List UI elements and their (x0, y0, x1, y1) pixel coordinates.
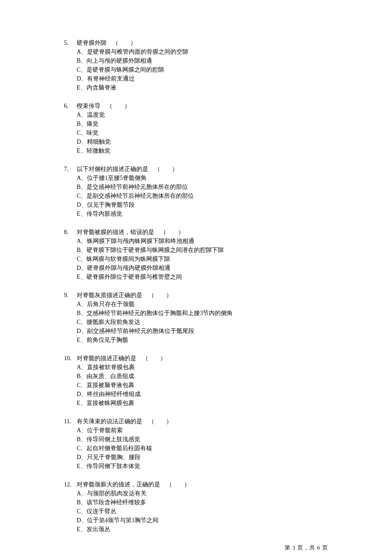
option-c: C、是硬脊膜与蛛网膜之间的腔隙 (77, 65, 328, 74)
question-12: 12. 对脊髓颈膨大的描述，正确的是 （ ） A、与颈部的肌肉发达有关 B、该节… (64, 480, 328, 534)
question-stem: 对脊髓颈膨大的描述，正确的是 （ ） (77, 480, 190, 489)
option-e: E、前角仅见于胸髓 (77, 335, 328, 344)
option-e: E、传导同侧下肢本体觉 (77, 462, 328, 471)
option-b: B、是交感神经节前神经元胞体所在的部位 (77, 182, 328, 191)
question-number: 9. (64, 291, 77, 300)
question-header: 5. 硬脊膜外隙 （ ） (64, 38, 328, 47)
question-6: 6. 楔束传导 （ ） A、温度觉 B、痛觉 C、味觉 D、精细触觉 E、轻微触… (64, 101, 328, 155)
question-options: A、与颈部的肌肉发达有关 B、该节段含神经纤维较多 C、仅连于臂丛 D、位于第4… (64, 489, 328, 534)
option-c: C、仅连于臂丛 (77, 507, 328, 516)
question-options: A、位于脊髓前索 B、传导同侧上肢浅感觉 C、起自对侧脊髓后柱固有核 D、只见于… (64, 426, 328, 471)
question-number: 10. (64, 354, 77, 363)
question-stem: 楔束传导 （ ） (77, 101, 130, 110)
option-a: A、与颈部的肌肉发达有关 (77, 489, 328, 498)
option-d: D、硬脊膜外隙与颅内硬膜外隙相通 (77, 263, 328, 272)
question-stem: 对脊髓灰质描述正确的是 （ ） (77, 291, 172, 300)
question-stem: 以下对侧柱的描述正确的是 （ ） (77, 165, 178, 173)
question-5: 5. 硬脊膜外隙 （ ） A、是硬脊膜与椎管内面的骨膜之间的空隙 B、向上与颅的… (64, 38, 328, 92)
question-options: A、温度觉 B、痛觉 C、味觉 D、精细触觉 E、轻微触觉 (64, 110, 328, 155)
question-number: 5. (64, 38, 77, 47)
option-a: A、蛛网膜下隙与颅内蛛网膜下隙和终池相通 (77, 237, 328, 246)
question-stem: 对脊髓的描述正确的是 （ ） (77, 354, 166, 363)
question-stem: 硬脊膜外隙 （ ） (77, 38, 136, 47)
question-header: 8. 对脊髓被膜的描述，错误的是 （ ） (64, 228, 328, 237)
option-a: A、位于脊髓前索 (77, 426, 328, 435)
question-options: A、位于腰1至腰5脊髓侧角 B、是交感神经节前神经元胞体所在的部位 C、是副交感… (64, 173, 328, 218)
option-d: D、副交感神经节前神经元的胞体位于骶尾段 (77, 327, 328, 335)
question-header: 10. 对脊髓的描述正确的是 （ ） (64, 354, 328, 363)
question-7: 7. 以下对侧柱的描述正确的是 （ ） A、位于腰1至腰5脊髓侧角 B、是交感神… (64, 165, 328, 218)
question-9: 9. 对脊髓灰质描述正确的是 （ ） A、后角只存在于颈髓 B、交感神经节前神经… (64, 291, 328, 344)
option-d: D、终丝由神经纤维组成 (77, 390, 328, 399)
option-b: B、该节段含神经纤维较多 (77, 498, 328, 507)
option-b: B、由灰质、白质组成 (77, 372, 328, 381)
option-e: E、轻微触觉 (77, 146, 328, 155)
option-e: E、硬脊膜外隙位于硬脊膜与椎管壁之间 (77, 272, 328, 281)
question-10: 10. 对脊髓的描述正确的是 （ ） A、直接被软脊膜包裹 B、由灰质、白质组成… (64, 354, 328, 408)
question-number: 12. (64, 480, 77, 489)
option-b: B、向上与颅的硬膜外隙相通 (77, 56, 328, 65)
question-number: 7. (64, 165, 77, 173)
option-a: A、是硬脊膜与椎管内面的骨膜之间的空隙 (77, 47, 328, 56)
question-11: 11. 有关薄束的说法正确的是 （ ） A、位于脊髓前索 B、传导同侧上肢浅感觉… (64, 417, 328, 471)
option-a: A、温度觉 (77, 110, 328, 119)
option-c: C、味觉 (77, 128, 328, 137)
question-number: 6. (64, 101, 77, 110)
question-header: 7. 以下对侧柱的描述正确的是 （ ） (64, 165, 328, 173)
option-d: D、只见于脊髓胸、腰段 (77, 453, 328, 462)
option-d: D、精细触觉 (77, 137, 328, 146)
question-number: 11. (64, 417, 77, 426)
exam-content: 5. 硬脊膜外隙 （ ） A、是硬脊膜与椎管内面的骨膜之间的空隙 B、向上与颅的… (0, 0, 392, 555)
option-b: B、传导同侧上肢浅感觉 (77, 435, 328, 444)
question-options: A、直接被软脊膜包裹 B、由灰质、白质组成 C、直接被脑脊液包裹 D、终丝由神经… (64, 363, 328, 408)
option-d: D、仅见于胸脊髓节段 (77, 200, 328, 209)
question-header: 6. 楔束传导 （ ） (64, 101, 328, 110)
question-options: A、是硬脊膜与椎管内面的骨膜之间的空隙 B、向上与颅的硬膜外隙相通 C、是硬脊膜… (64, 47, 328, 92)
option-d: D、有脊神经前支通过 (77, 74, 328, 83)
option-c: C、蛛网膜与软脊膜间为蛛网膜下隙 (77, 254, 328, 263)
option-c: C、是副交感神经节后神经元胞体所在的部位 (77, 191, 328, 200)
option-e: E、发出颈丛 (77, 525, 328, 534)
question-options: A、后角只存在于颈髓 B、交感神经节前神经元的胞体位于胸髓和上腰3节内的侧角 C… (64, 300, 328, 344)
option-c: C、起自对侧脊髓后柱固有核 (77, 444, 328, 453)
option-a: A、后角只存在于颈髓 (77, 300, 328, 309)
question-options: A、蛛网膜下隙与颅内蛛网膜下隙和终池相通 B、硬脊膜下隙位于硬脊膜与蛛网膜之间潜… (64, 237, 328, 281)
question-header: 11. 有关薄束的说法正确的是 （ ） (64, 417, 328, 426)
question-number: 8. (64, 228, 77, 237)
option-e: E、直接被蛛网膜包裹 (77, 399, 328, 408)
option-b: B、硬脊膜下隙位于硬脊膜与蛛网膜之间潜在的腔隙下隙 (77, 246, 328, 254)
option-e: E、内含脑脊液 (77, 83, 328, 92)
page-footer: 第 3 页，共 6 页 (285, 543, 328, 552)
question-stem: 有关薄束的说法正确的是 （ ） (77, 417, 172, 426)
question-header: 9. 对脊髓灰质描述正确的是 （ ） (64, 291, 328, 300)
question-8: 8. 对脊髓被膜的描述，错误的是 （ ） A、蛛网膜下隙与颅内蛛网膜下隙和终池相… (64, 228, 328, 281)
question-stem: 对脊髓被膜的描述，错误的是 （ ） (77, 228, 184, 237)
option-c: C、直接被脑脊液包裹 (77, 381, 328, 390)
option-a: A、直接被软脊膜包裹 (77, 363, 328, 372)
option-d: D、位于第4颈节与第1胸节之间 (77, 516, 328, 525)
option-e: E、传导内脏感觉 (77, 209, 328, 218)
option-a: A、位于腰1至腰5脊髓侧角 (77, 173, 328, 182)
option-b: B、交感神经节前神经元的胞体位于胸髓和上腰3节内的侧角 (77, 309, 328, 318)
question-header: 12. 对脊髓颈膨大的描述，正确的是 （ ） (64, 480, 328, 489)
option-c: C、腰骶膨大段前角发达 (77, 318, 328, 327)
option-b: B、痛觉 (77, 119, 328, 128)
